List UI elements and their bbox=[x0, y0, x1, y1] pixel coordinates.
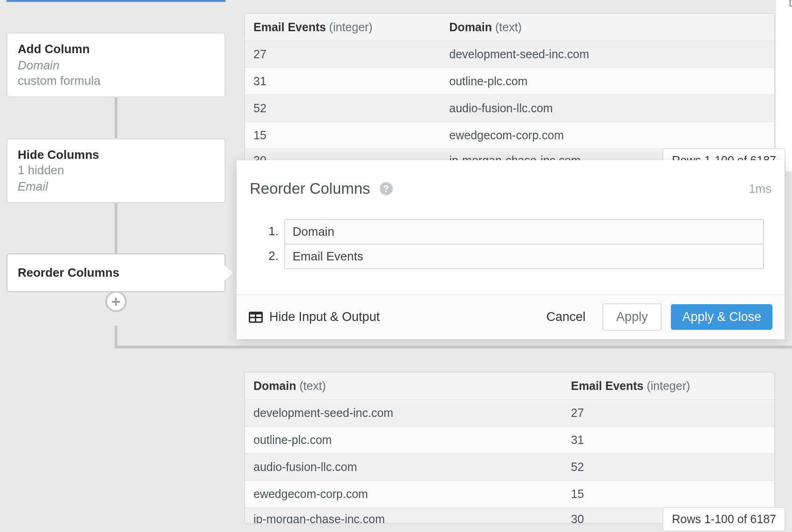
table-row[interactable]: ewedgecom-corp.com 15 bbox=[245, 481, 774, 508]
plus-icon: + bbox=[111, 293, 121, 311]
connector bbox=[115, 97, 117, 138]
table-row[interactable]: audio-fusion-llc.com 52 bbox=[245, 454, 774, 481]
connector bbox=[115, 203, 117, 253]
input-table: Email Events (integer) Domain (text) 27 … bbox=[245, 14, 774, 164]
table-row[interactable]: 27 development-seed-inc.com bbox=[245, 41, 774, 68]
reorder-column-field[interactable]: Domain bbox=[284, 219, 764, 245]
peek-label: Domain bbox=[789, 0, 792, 9]
hide-io-label: Hide Input & Output bbox=[269, 310, 380, 324]
reorder-columns-panel: Reorder Columns ? 1ms 1. Domain 2. Email… bbox=[237, 160, 785, 339]
panel-title: Reorder Columns bbox=[250, 180, 370, 198]
hide-input-output-toggle[interactable]: Hide Input & Output bbox=[249, 310, 380, 324]
pipeline-sidebar: Add Column Domain custom formula Hide Co… bbox=[7, 0, 225, 312]
reorder-item[interactable]: 2. Email Events bbox=[257, 244, 764, 268]
panel-footer: Hide Input & Output Cancel Apply Apply &… bbox=[237, 294, 785, 339]
reorder-item[interactable]: 1. Domain bbox=[257, 219, 764, 244]
table-icon bbox=[249, 312, 263, 323]
node-title: Reorder Columns bbox=[18, 266, 214, 280]
table-row[interactable]: 31 outline-plc.com bbox=[245, 68, 774, 95]
reorder-column-field[interactable]: Email Events bbox=[284, 244, 764, 269]
reorder-index: 1. bbox=[257, 224, 284, 239]
output-table-panel: Domain (text) Email Events (integer) dev… bbox=[244, 372, 775, 524]
table-row[interactable]: outline-plc.com 31 bbox=[245, 427, 774, 454]
connector bbox=[115, 346, 792, 348]
apply-button[interactable]: Apply bbox=[602, 303, 662, 331]
help-icon[interactable]: ? bbox=[380, 182, 393, 195]
column-header[interactable]: Email Events (integer) bbox=[245, 14, 441, 41]
node-subtitle: 1 hidden bbox=[18, 163, 214, 177]
execution-time: 1ms bbox=[749, 182, 772, 196]
node-add-column[interactable]: Add Column Domain custom formula bbox=[7, 33, 225, 97]
cancel-button[interactable]: Cancel bbox=[539, 305, 593, 329]
column-header[interactable]: Domain (text) bbox=[441, 14, 774, 41]
node-detail: custom formula bbox=[18, 74, 214, 88]
side-panel-peek: Domain bbox=[775, 0, 792, 171]
reorder-index: 2. bbox=[257, 249, 284, 263]
table-row[interactable]: 52 audio-fusion-llc.com bbox=[245, 95, 774, 122]
table-row[interactable]: 15 ewedgecom-corp.com bbox=[245, 122, 774, 149]
add-step-button[interactable]: + bbox=[105, 291, 127, 312]
column-header[interactable]: Email Events (integer) bbox=[563, 373, 774, 400]
connector bbox=[115, 326, 117, 348]
apply-close-button[interactable]: Apply & Close bbox=[671, 304, 772, 330]
table-row[interactable]: development-seed-inc.com 27 bbox=[245, 400, 774, 427]
panel-header: Reorder Columns ? 1ms bbox=[237, 160, 785, 211]
node-title: Add Column bbox=[18, 42, 214, 56]
output-table: Domain (text) Email Events (integer) dev… bbox=[245, 373, 774, 523]
column-header[interactable]: Domain (text) bbox=[245, 373, 563, 400]
node-detail: Email bbox=[18, 179, 214, 194]
node-subtitle: Domain bbox=[18, 58, 214, 73]
panel-body: 1. Domain 2. Email Events bbox=[237, 211, 785, 294]
rows-count-badge: Rows 1-100 of 6187 bbox=[662, 507, 785, 532]
input-table-panel: Email Events (integer) Domain (text) 27 … bbox=[244, 13, 775, 165]
node-reorder-columns[interactable]: Reorder Columns bbox=[7, 253, 225, 292]
node-title: Hide Columns bbox=[18, 148, 214, 162]
node-hide-columns[interactable]: Hide Columns 1 hidden Email bbox=[7, 138, 225, 203]
